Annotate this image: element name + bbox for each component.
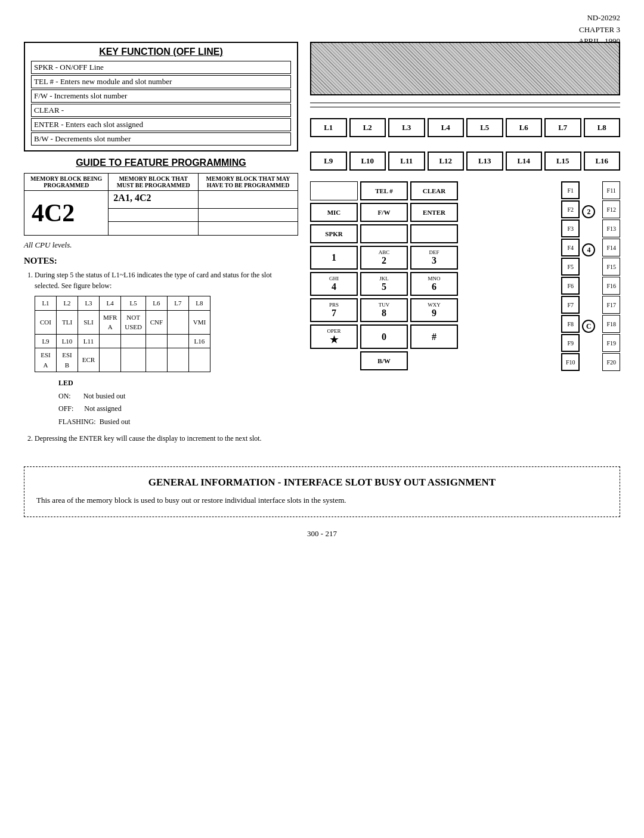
l13-btn: L13: [466, 151, 503, 171]
doc-chapter: CHAPTER 3: [578, 24, 620, 36]
clear-btn: CLEAR: [410, 181, 458, 200]
f15-btn: F15: [602, 258, 620, 276]
key-7-btn: PRS 7: [310, 298, 358, 322]
l6-btn: L6: [506, 118, 543, 137]
display-hatch: [310, 42, 620, 95]
page-number: 300 - 217: [24, 529, 620, 539]
f13-btn: F13: [602, 219, 620, 237]
f17-btn: F17: [602, 296, 620, 314]
kf-row-2: TEL # - Enters new module and slot numbe…: [31, 75, 291, 88]
l9-btn: L9: [310, 151, 347, 171]
enter-btn: ENTER: [410, 203, 458, 222]
l15-btn: L15: [544, 151, 581, 171]
right-panel: L1 L2 L3 L4 L5 L6 L7 L8 L9 L10 L11 L12 L…: [310, 42, 620, 449]
key-0-btn: 0: [360, 324, 408, 349]
f16-btn: F16: [602, 277, 620, 295]
guide-col3-header: MEMORY BLOCK THAT MAY HAVE TO BE PROGRAM…: [199, 174, 298, 191]
notes-list: During step 5 the status of L1~L16 indic…: [24, 270, 298, 444]
key-3-btn: DEF 3: [410, 246, 458, 270]
f1-btn: F1: [561, 181, 580, 199]
f3-btn: F3: [561, 219, 580, 237]
keypad-left: TEL # CLEAR MIC F/W ENTER SPKR: [310, 181, 559, 372]
led-info: LED ON: Not busied out OFF: Not assigned…: [58, 377, 298, 428]
kf-row-4: CLEAR -: [31, 104, 291, 117]
f8-area: F8 C: [561, 315, 580, 333]
key-4-btn: GHI 4: [310, 272, 358, 296]
guide-title: GUIDE TO FEATURE PROGRAMMING: [24, 157, 298, 168]
general-info-body: This area of the memory block is used to…: [36, 494, 608, 507]
key-1-btn: 1: [310, 246, 358, 270]
kf-row-5: ENTER - Enters each slot assigned: [31, 118, 291, 131]
f4-area: F4 4: [561, 239, 580, 256]
left-column: KEY FUNCTION (OFF LINE) SPKR - ON/OFF Li…: [24, 42, 298, 449]
key-9-btn: WXY 9: [410, 298, 458, 322]
guide-big-value: 4C2: [27, 193, 106, 233]
f20-btn: F20: [602, 353, 620, 371]
kf-row-3: F/W - Increments slot number: [31, 89, 291, 103]
l11-btn: L11: [388, 151, 425, 171]
key-star-btn: OPER ★: [310, 324, 358, 349]
l12-btn: L12: [428, 151, 465, 171]
f18-btn: F18: [602, 315, 620, 333]
all-cpu-text: All CPU levels.: [24, 240, 298, 250]
kf-row-1: SPKR - ON/OFF Line: [31, 61, 291, 74]
l10-btn: L10: [349, 151, 386, 171]
f7-btn: F7: [561, 296, 580, 314]
key-hash-btn: #: [410, 324, 458, 349]
key-2-btn: ABC 2: [360, 246, 408, 270]
l14-btn: L14: [506, 151, 543, 171]
l-row-1-8: L1 L2 L3 L4 L5 L6 L7 L8: [310, 118, 620, 137]
f2-area: F2 2: [561, 200, 580, 218]
blank-btn-2: [360, 224, 408, 243]
doc-id: ND-20292: [578, 12, 620, 24]
guide-section: GUIDE TO FEATURE PROGRAMMING MEMORY BLOC…: [24, 157, 298, 250]
tel-hash-btn: TEL #: [360, 181, 408, 200]
l7-btn: L7: [544, 118, 581, 137]
l8-btn: L8: [584, 118, 621, 137]
f12-btn: F12: [602, 200, 620, 218]
key-function-box: KEY FUNCTION (OFF LINE) SPKR - ON/OFF Li…: [24, 42, 298, 151]
keypad-area: TEL # CLEAR MIC F/W ENTER SPKR: [310, 181, 620, 372]
mic-btn: MIC: [310, 203, 358, 222]
l3-btn: L3: [388, 118, 425, 137]
f14-btn: F14: [602, 239, 620, 256]
f11-btn: F11: [602, 181, 620, 199]
guide-big-value-cell: 4C2: [24, 191, 109, 236]
blank-btn-3: [410, 224, 458, 243]
note-item-2: Depressing the ENTER key will cause the …: [35, 433, 298, 444]
l1-btn: L1: [310, 118, 347, 137]
l5-btn: L5: [466, 118, 503, 137]
guide-col2-header: MEMORY BLOCK THAT MUST BE PROGRAMMED: [109, 174, 199, 191]
fw-btn: F/W: [360, 203, 408, 222]
bw-btn: B/W: [360, 351, 408, 370]
l-row-9-16: L9 L10 L11 L12 L13 L14 L15 L16: [310, 151, 620, 171]
guide-2a1-value: 2A1, 4C2: [111, 190, 153, 205]
outer-f-col: F11 F12 F13 F14 F15 F16 F17 F18 F19 F20: [602, 181, 620, 372]
guide-empty-cell: [199, 191, 298, 209]
notes-title: NOTES:: [24, 256, 298, 266]
l4-btn: L4: [428, 118, 465, 137]
f19-btn: F19: [602, 334, 620, 352]
guide-cell-value: 2A1, 4C2: [109, 191, 199, 209]
key-8-btn: TUV 8: [360, 298, 408, 322]
guide-table: MEMORY BLOCK BEING PROGRAMMED MEMORY BLO…: [24, 173, 298, 236]
f6-btn: F6: [561, 277, 580, 295]
l-status-table: L1 L2 L3 L4 L5 L6 L7 L8: [35, 296, 210, 372]
blank-btn-1: [310, 181, 358, 200]
note-item-1: During step 5 the status of L1~L16 indic…: [35, 270, 298, 428]
l16-btn: L16: [584, 151, 621, 171]
key-function-title: KEY FUNCTION (OFF LINE): [31, 47, 291, 57]
f5-btn: F5: [561, 258, 580, 276]
f-buttons-area: F1 F2 2 F3 F4 4 F5 F6 F7: [561, 181, 620, 372]
spkr-btn: SPKR: [310, 224, 358, 243]
general-info-box: GENERAL INFORMATION - INTERFACE SLOT BUS…: [24, 466, 620, 517]
key-6-btn: MNO 6: [410, 272, 458, 296]
f9-btn: F9: [561, 334, 580, 352]
general-info-title: GENERAL INFORMATION - INTERFACE SLOT BUS…: [36, 477, 608, 488]
notes-section: NOTES: During step 5 the status of L1~L1…: [24, 256, 298, 444]
f10-btn: F10: [561, 353, 580, 371]
l2-btn: L2: [349, 118, 386, 137]
guide-col1-header: MEMORY BLOCK BEING PROGRAMMED: [24, 174, 109, 191]
kf-row-6: B/W - Decrements slot number: [31, 132, 291, 146]
inner-f-col: F1 F2 2 F3 F4 4 F5 F6 F7: [561, 181, 580, 372]
